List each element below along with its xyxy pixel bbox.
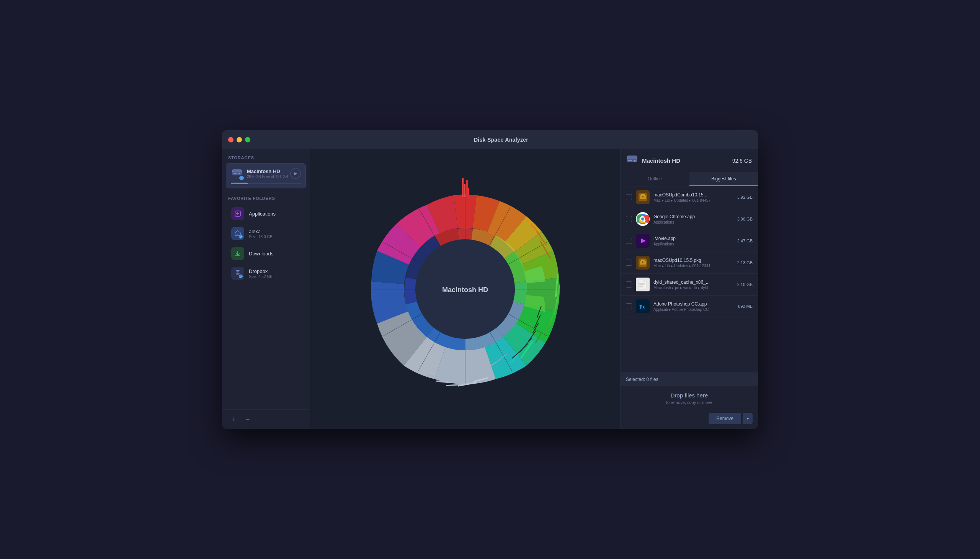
downloads-icon bbox=[231, 247, 244, 260]
file-path-5: Applicati ▸ Adobe Photoshop CC bbox=[653, 308, 734, 312]
file-row-0[interactable]: macOSUpdCombo10.15... Mac ▸ Lib ▸ Update… bbox=[621, 187, 758, 208]
add-folder-button[interactable]: + bbox=[228, 414, 238, 424]
right-header: Macintosh HD 92.6 GB bbox=[621, 149, 758, 172]
folder-size-dropbox: Size: 4.52 GB bbox=[249, 275, 301, 279]
svg-rect-75 bbox=[639, 284, 644, 285]
file-path-4: Macintosh ▸ pri ▸ var ▸ db ▸ dyld bbox=[653, 286, 734, 290]
file-icon-0 bbox=[636, 190, 649, 204]
tabs-row: Outline Biggest files bbox=[621, 172, 758, 187]
drop-title: Drop files here bbox=[626, 392, 753, 399]
file-size-0: 3.92 GB bbox=[737, 195, 753, 200]
file-checkbox-4[interactable] bbox=[626, 281, 632, 288]
svg-rect-26 bbox=[468, 188, 469, 199]
donut-chart-container: Macintosh HD bbox=[365, 190, 565, 389]
folder-name-downloads: Downloads bbox=[249, 251, 301, 256]
bottom-actions: Remove ▾ bbox=[621, 408, 758, 429]
traffic-lights bbox=[228, 137, 250, 142]
donut-chart-svg: Macintosh HD bbox=[365, 190, 565, 389]
scan-button[interactable]: ▶ bbox=[290, 168, 301, 179]
drop-zone: Drop files here to remove, copy or move bbox=[621, 386, 758, 408]
file-size-2: 2.47 GB bbox=[737, 238, 753, 243]
svg-rect-25 bbox=[466, 180, 468, 198]
file-name-2: iMovie.app bbox=[653, 236, 734, 241]
file-icon-4 bbox=[636, 278, 649, 291]
storage-name: Macintosh HD bbox=[247, 169, 288, 174]
svg-rect-4 bbox=[233, 173, 236, 174]
tab-outline[interactable]: Outline bbox=[621, 172, 689, 186]
maximize-button[interactable] bbox=[245, 137, 250, 142]
close-button[interactable] bbox=[228, 137, 233, 142]
file-row-2[interactable]: iMovie.app Applications 2.47 GB bbox=[621, 230, 758, 252]
selected-bar: Selected: 0 files bbox=[621, 372, 758, 386]
files-list: macOSUpdCombo10.15... Mac ▸ Lib ▸ Update… bbox=[621, 187, 758, 372]
sidebar-item-downloads[interactable]: Downloads bbox=[225, 244, 307, 263]
storage-item-macintosh-hd[interactable]: ✓ Macintosh HD 28.5 GB Free of 121 GB ▶ bbox=[226, 163, 306, 189]
window-title: Disk Space Analyzer bbox=[250, 137, 752, 143]
svg-rect-76 bbox=[639, 286, 643, 287]
sidebar-item-alexa[interactable]: ✓ alexa Size: 18.0 GB bbox=[225, 224, 307, 243]
folder-name-dropbox: Dropbox bbox=[249, 268, 301, 274]
remove-dropdown-button[interactable]: ▾ bbox=[743, 413, 753, 424]
favorites-label: Favorite Folders bbox=[222, 190, 310, 204]
file-info-2: iMovie.app Applications bbox=[653, 236, 734, 246]
selected-text: Selected: 0 files bbox=[626, 377, 658, 382]
file-icon-2 bbox=[636, 234, 649, 248]
file-info-4: dyld_shared_cache_x86_... Macintosh ▸ pr… bbox=[653, 280, 734, 290]
remove-button[interactable]: Remove bbox=[709, 413, 741, 424]
remove-folder-button[interactable]: − bbox=[243, 414, 253, 424]
file-checkbox-5[interactable] bbox=[626, 303, 632, 309]
file-path-3: Mac ▸ Lib ▸ Updates ▸ 001-12341 bbox=[653, 264, 734, 268]
file-info-1: Google Chrome.app Applications bbox=[653, 214, 734, 224]
file-path-1: Applications bbox=[653, 220, 734, 224]
sidebar: Storages bbox=[222, 149, 310, 429]
svg-rect-23 bbox=[462, 178, 464, 197]
file-name-3: macOSUpd10.15.5.pkg bbox=[653, 258, 734, 263]
file-name-5: Adobe Photoshop CC.app bbox=[653, 301, 734, 307]
right-hd-name: Macintosh HD bbox=[642, 157, 728, 164]
file-checkbox-1[interactable] bbox=[626, 216, 632, 222]
svg-rect-24 bbox=[464, 184, 466, 197]
app-window: Disk Space Analyzer Storages bbox=[222, 130, 758, 429]
file-size-5: 892 MB bbox=[738, 304, 753, 309]
minimize-button[interactable] bbox=[236, 137, 242, 142]
drop-sub: to remove, copy or move bbox=[626, 400, 753, 405]
sidebar-item-dropbox[interactable]: ✓ Dropbox Size: 4.52 GB bbox=[225, 264, 307, 283]
file-path-2: Applications bbox=[653, 242, 734, 246]
svg-rect-58 bbox=[628, 160, 632, 161]
svg-point-66 bbox=[641, 217, 644, 220]
chart-panel: Macintosh HD bbox=[310, 149, 620, 429]
svg-text:Macintosh HD: Macintosh HD bbox=[442, 286, 488, 294]
svg-rect-74 bbox=[639, 283, 645, 284]
svg-point-72 bbox=[642, 261, 643, 263]
file-row-5[interactable]: Ps Adobe Photoshop CC.app Applicati ▸ Ad… bbox=[621, 296, 758, 318]
hd-icon-right bbox=[627, 155, 637, 167]
file-name-1: Google Chrome.app bbox=[653, 214, 734, 219]
right-panel: Macintosh HD 92.6 GB Outline Biggest fil… bbox=[620, 149, 758, 429]
file-icon-1 bbox=[636, 212, 649, 226]
file-row-3[interactable]: macOSUpd10.15.5.pkg Mac ▸ Lib ▸ Updates … bbox=[621, 252, 758, 274]
titlebar: Disk Space Analyzer bbox=[222, 130, 758, 149]
file-info-3: macOSUpd10.15.5.pkg Mac ▸ Lib ▸ Updates … bbox=[653, 258, 734, 268]
file-name-0: macOSUpdCombo10.15... bbox=[653, 192, 734, 198]
storage-icon-wrap: ✓ bbox=[231, 167, 243, 180]
tab-biggest-files[interactable]: Biggest files bbox=[689, 172, 759, 186]
file-row-4[interactable]: dyld_shared_cache_x86_... Macintosh ▸ pr… bbox=[621, 274, 758, 296]
file-checkbox-2[interactable] bbox=[626, 238, 632, 244]
folder-name-applications: Applications bbox=[249, 211, 301, 217]
main-content: Storages bbox=[222, 149, 758, 429]
sidebar-item-applications[interactable]: Applications bbox=[225, 204, 307, 223]
svg-rect-6 bbox=[236, 233, 239, 235]
dropbox-icon: ✓ bbox=[231, 267, 244, 280]
folder-name-alexa: alexa bbox=[249, 228, 301, 234]
file-size-3: 2.13 GB bbox=[737, 260, 753, 265]
storage-progress bbox=[231, 183, 301, 184]
alexa-icon: ✓ bbox=[231, 227, 244, 240]
file-row-1[interactable]: Google Chrome.app Applications 3.90 GB bbox=[621, 208, 758, 230]
file-checkbox-3[interactable] bbox=[626, 260, 632, 266]
svg-point-3 bbox=[238, 173, 240, 174]
file-info-5: Adobe Photoshop CC.app Applicati ▸ Adobe… bbox=[653, 301, 734, 312]
svg-text:Ps: Ps bbox=[639, 304, 645, 310]
file-size-1: 3.90 GB bbox=[737, 217, 753, 221]
file-checkbox-0[interactable] bbox=[626, 194, 632, 200]
folder-size-alexa: Size: 18.0 GB bbox=[249, 235, 301, 239]
